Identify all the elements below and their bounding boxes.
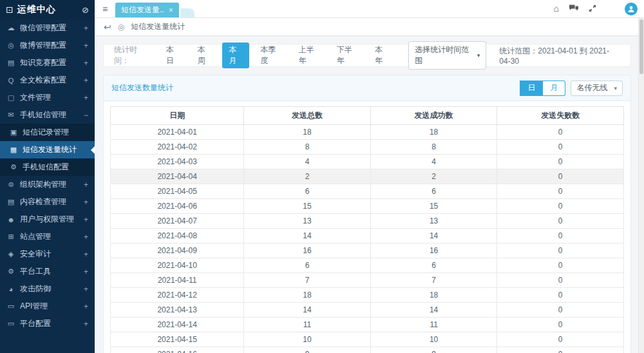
- table-row[interactable]: 2021-04-15 10 10 0: [111, 332, 624, 347]
- filter-option[interactable]: 本季度: [253, 43, 287, 68]
- filter-option[interactable]: 本日: [159, 43, 187, 68]
- sidebar-subitem[interactable]: ▣ 短信记录管理: [0, 124, 95, 141]
- weibo-icon: ◎: [6, 41, 15, 50]
- table-row[interactable]: 2021-04-01 18 18 0: [111, 125, 624, 140]
- sidebar-item[interactable]: ▭ 平台配置 +: [0, 315, 95, 332]
- sidebar-item-label: API管理: [20, 301, 79, 312]
- cell-success: 6: [370, 258, 497, 273]
- table-row[interactable]: 2021-04-02 8 8 0: [111, 140, 624, 155]
- sidebar-item-label: 攻击防御: [20, 283, 79, 294]
- sidebar-item[interactable]: ⊞ 站点管理 +: [0, 228, 95, 245]
- cell-total: 16: [244, 243, 371, 258]
- table-row[interactable]: 2021-04-09 16 16 0: [111, 243, 624, 258]
- sidebar-item[interactable]: ▤ 知识竞赛配置 +: [0, 54, 95, 72]
- cell-success: 14: [370, 229, 497, 243]
- toggle-button[interactable]: 日: [520, 81, 543, 96]
- sidebar-item[interactable]: ▢ 文件管理 +: [0, 89, 95, 106]
- sidebar-item[interactable]: ☁ 微信管理配置 +: [0, 19, 95, 37]
- table-row[interactable]: 2021-04-16 9 9 0: [111, 347, 624, 353]
- table-row[interactable]: 2021-04-08 14 14 0: [111, 229, 624, 243]
- table-row[interactable]: 2021-04-12 18 18 0: [111, 288, 624, 303]
- content-check-icon: ▤: [6, 198, 15, 206]
- filter-option[interactable]: 本月: [222, 43, 250, 68]
- sidebar-subitem-label: 短信发送量统计: [23, 144, 88, 155]
- tab-close-icon[interactable]: ×: [169, 6, 173, 15]
- expand-plus-icon: +: [84, 59, 88, 68]
- cell-success: 4: [370, 155, 497, 169]
- toggle-button[interactable]: 月: [543, 81, 565, 96]
- cell-date: 2021-04-05: [111, 184, 244, 199]
- cell-total: 4: [244, 155, 371, 169]
- cell-date: 2021-04-02: [111, 140, 244, 155]
- filter-option[interactable]: 上半年: [292, 43, 326, 68]
- scrollbar-thumb[interactable]: [639, 19, 643, 74]
- sidebar-item[interactable]: ☻ 用户与权限管理 +: [0, 211, 95, 228]
- menu-toggle-icon[interactable]: ≡: [95, 0, 115, 17]
- column-header-fail: 发送失败数: [497, 107, 624, 125]
- cell-success: 9: [370, 347, 497, 353]
- user-avatar[interactable]: [625, 3, 638, 15]
- cell-date: 2021-04-16: [111, 347, 244, 353]
- sms-stats-panel: 短信发送数量统计 日 月 名传无线 ▾: [103, 75, 631, 353]
- filter-option[interactable]: 本年: [368, 43, 395, 68]
- user-permission-icon: ☻: [6, 216, 15, 224]
- sidebar-item[interactable]: ◕ 攻击防御 +: [0, 280, 95, 298]
- tab-sms-stats[interactable]: 短信发送量.. ×: [115, 3, 179, 17]
- page-scrollbar[interactable]: [638, 18, 644, 353]
- expand-plus-icon: +: [84, 267, 88, 276]
- cell-fail: 0: [497, 288, 624, 303]
- cell-success: 10: [370, 332, 497, 347]
- cell-total: 18: [244, 125, 371, 140]
- monitor-icon: ⊡: [6, 5, 14, 15]
- table-row[interactable]: 2021-04-13 14 14 0: [111, 303, 624, 318]
- panel-header: 短信发送数量统计 日 月 名传无线 ▾: [104, 75, 630, 101]
- sidebar-subitem[interactable]: ⚙ 手机短信配置: [0, 158, 95, 176]
- sidebar-item[interactable]: ⚙ 平台工具 +: [0, 263, 95, 280]
- table-row[interactable]: 2021-04-14 11 11 0: [111, 318, 624, 332]
- fullscreen-icon[interactable]: [589, 5, 596, 12]
- panel-title: 短信发送数量统计: [111, 82, 173, 93]
- sidebar-item[interactable]: ◈ 安全审计 +: [0, 245, 95, 263]
- sidebar-header: ⊡ 运维中心 ⊘: [0, 0, 95, 19]
- sidebar-item-label: 微博管理配置: [20, 40, 79, 51]
- expand-plus-icon: +: [84, 285, 88, 294]
- cell-fail: 0: [497, 243, 624, 258]
- table-row[interactable]: 2021-04-03 4 4 0: [111, 155, 624, 169]
- filter-option[interactable]: 下半年: [330, 43, 364, 68]
- date-range-dropdown-label: 选择统计时间范围: [415, 44, 472, 66]
- channel-select[interactable]: 名传无线 ▾: [571, 81, 623, 96]
- cell-success: 16: [370, 243, 497, 258]
- sidebar-item-label: 微信管理配置: [20, 23, 79, 33]
- topbar-icons: ⌂: [554, 0, 625, 17]
- sidebar-item[interactable]: ▤ 内容检查管理 +: [0, 193, 95, 211]
- tools-icon: ⚙: [6, 267, 15, 276]
- table-row[interactable]: 2021-04-04 2 2 0: [111, 169, 624, 184]
- sidebar-item[interactable]: Q 全文检索配置 +: [0, 72, 95, 89]
- table-row[interactable]: 2021-04-06 15 15 0: [111, 199, 624, 214]
- api-icon: ▭: [6, 302, 15, 310]
- cell-fail: 0: [497, 258, 624, 273]
- sidebar-item[interactable]: ◎ 微博管理配置 +: [0, 37, 95, 54]
- sidebar-collapse-icon[interactable]: ⊘: [82, 5, 89, 15]
- filter-option[interactable]: 本周: [191, 43, 218, 68]
- table-row[interactable]: 2021-04-07 13 13 0: [111, 214, 624, 229]
- cell-success: 18: [370, 288, 497, 303]
- sms-stats-icon: ▦: [9, 146, 18, 154]
- home-icon[interactable]: ⌂: [554, 3, 559, 14]
- cell-date: 2021-04-07: [111, 214, 244, 229]
- wechat-icon: ☁: [6, 24, 15, 32]
- messages-icon[interactable]: [569, 5, 579, 12]
- sms-record-icon: ▣: [9, 128, 18, 137]
- sidebar-item[interactable]: ▭ API管理 +: [0, 298, 95, 315]
- expand-plus-icon: +: [84, 233, 88, 242]
- file-icon: ▢: [6, 93, 15, 102]
- table-row[interactable]: 2021-04-11 7 7 0: [111, 273, 624, 288]
- sidebar-item[interactable]: ⊜ 组织架构管理 +: [0, 176, 95, 193]
- table-row[interactable]: 2021-04-10 6 6 0: [111, 258, 624, 273]
- sidebar-item-sms-group[interactable]: ✉ 手机短信管理 −: [0, 106, 95, 124]
- table-row[interactable]: 2021-04-05 6 6 0: [111, 184, 624, 199]
- date-range-dropdown[interactable]: 选择统计时间范围 ▾: [408, 41, 486, 70]
- main-area: ≡ 短信发送量.. × ⌂ ↩ ◎ 短信发送量统计: [95, 0, 644, 353]
- sidebar-subitem[interactable]: ▦ 短信发送量统计: [0, 141, 95, 158]
- back-icon[interactable]: ↩: [104, 22, 111, 32]
